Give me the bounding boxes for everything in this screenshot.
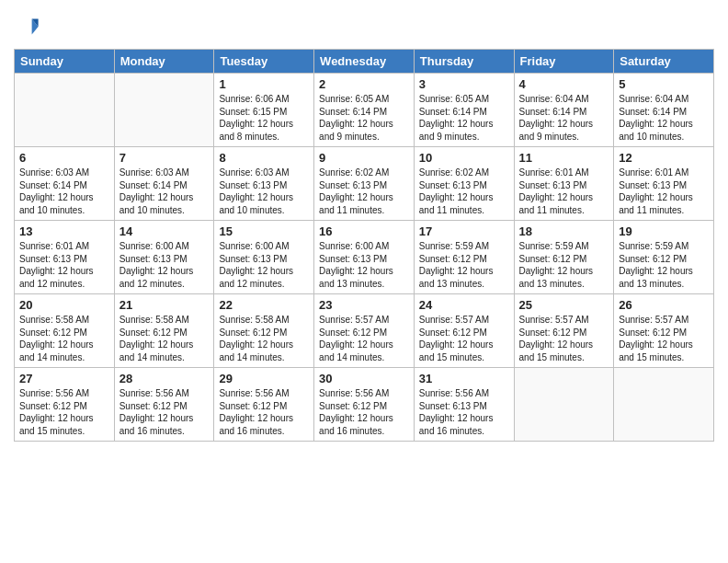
calendar-cell: 4Sunrise: 6:04 AMSunset: 6:14 PMDaylight… bbox=[514, 74, 614, 147]
day-info: Sunrise: 6:00 AMSunset: 6:13 PMDaylight:… bbox=[119, 240, 210, 290]
day-info: Sunrise: 6:01 AMSunset: 6:13 PMDaylight:… bbox=[619, 167, 709, 216]
day-info: Sunrise: 5:56 AMSunset: 6:13 PMDaylight:… bbox=[419, 387, 509, 437]
calendar-cell: 28Sunrise: 5:56 AMSunset: 6:12 PMDayligh… bbox=[114, 368, 214, 442]
calendar-cell: 29Sunrise: 5:56 AMSunset: 6:12 PMDayligh… bbox=[214, 368, 314, 442]
day-info: Sunrise: 5:59 AMSunset: 6:12 PMDaylight:… bbox=[419, 240, 509, 290]
day-number: 27 bbox=[19, 372, 109, 385]
calendar-cell: 2Sunrise: 6:05 AMSunset: 6:14 PMDaylight… bbox=[314, 74, 415, 147]
day-info: Sunrise: 6:03 AMSunset: 6:14 PMDaylight:… bbox=[19, 167, 109, 216]
calendar-cell: 3Sunrise: 6:05 AMSunset: 6:14 PMDaylight… bbox=[414, 74, 514, 147]
day-number: 5 bbox=[619, 77, 709, 91]
day-number: 15 bbox=[219, 224, 309, 238]
day-info: Sunrise: 5:57 AMSunset: 6:12 PMDaylight:… bbox=[619, 314, 709, 363]
day-info: Sunrise: 6:00 AMSunset: 6:13 PMDaylight:… bbox=[319, 240, 409, 290]
weekday-header-thursday: Thursday bbox=[414, 50, 514, 74]
calendar-table: SundayMondayTuesdayWednesdayThursdayFrid… bbox=[14, 49, 714, 442]
calendar-cell: 22Sunrise: 5:58 AMSunset: 6:12 PMDayligh… bbox=[214, 294, 314, 368]
day-number: 21 bbox=[119, 298, 210, 312]
day-info: Sunrise: 6:05 AMSunset: 6:14 PMDaylight:… bbox=[419, 93, 509, 143]
weekday-header-tuesday: Tuesday bbox=[214, 50, 314, 74]
calendar-cell: 24Sunrise: 5:57 AMSunset: 6:12 PMDayligh… bbox=[414, 294, 514, 368]
logo bbox=[14, 14, 43, 40]
day-number: 31 bbox=[419, 372, 509, 385]
day-number: 25 bbox=[519, 298, 609, 312]
calendar-cell: 6Sunrise: 6:03 AMSunset: 6:14 PMDaylight… bbox=[15, 147, 115, 221]
weekday-header-friday: Friday bbox=[514, 50, 614, 74]
day-number: 14 bbox=[119, 224, 210, 238]
day-info: Sunrise: 6:05 AMSunset: 6:14 PMDaylight:… bbox=[319, 93, 409, 143]
day-info: Sunrise: 5:56 AMSunset: 6:12 PMDaylight:… bbox=[319, 387, 409, 437]
day-number: 10 bbox=[419, 151, 509, 165]
calendar-cell: 14Sunrise: 6:00 AMSunset: 6:13 PMDayligh… bbox=[114, 221, 214, 294]
day-info: Sunrise: 6:04 AMSunset: 6:14 PMDaylight:… bbox=[519, 93, 609, 143]
header bbox=[14, 14, 714, 40]
calendar-cell bbox=[114, 74, 214, 147]
day-number: 7 bbox=[119, 151, 210, 165]
day-number: 2 bbox=[319, 77, 409, 91]
day-number: 18 bbox=[519, 224, 609, 238]
calendar-week-2: 6Sunrise: 6:03 AMSunset: 6:14 PMDaylight… bbox=[15, 147, 714, 221]
day-info: Sunrise: 6:03 AMSunset: 6:14 PMDaylight:… bbox=[119, 167, 210, 216]
day-info: Sunrise: 6:01 AMSunset: 6:13 PMDaylight:… bbox=[519, 167, 609, 216]
day-number: 6 bbox=[19, 151, 109, 165]
calendar-cell: 17Sunrise: 5:59 AMSunset: 6:12 PMDayligh… bbox=[414, 221, 514, 294]
calendar-cell: 15Sunrise: 6:00 AMSunset: 6:13 PMDayligh… bbox=[214, 221, 314, 294]
day-number: 30 bbox=[319, 372, 409, 385]
calendar-cell bbox=[514, 368, 614, 442]
day-number: 19 bbox=[619, 224, 709, 238]
logo-icon bbox=[14, 14, 40, 40]
calendar-cell: 26Sunrise: 5:57 AMSunset: 6:12 PMDayligh… bbox=[614, 294, 714, 368]
calendar-week-5: 27Sunrise: 5:56 AMSunset: 6:12 PMDayligh… bbox=[15, 368, 714, 442]
day-number: 16 bbox=[319, 224, 409, 238]
calendar-cell: 11Sunrise: 6:01 AMSunset: 6:13 PMDayligh… bbox=[514, 147, 614, 221]
day-info: Sunrise: 6:04 AMSunset: 6:14 PMDaylight:… bbox=[619, 93, 709, 143]
day-info: Sunrise: 6:01 AMSunset: 6:13 PMDaylight:… bbox=[19, 240, 109, 290]
calendar-cell: 9Sunrise: 6:02 AMSunset: 6:13 PMDaylight… bbox=[314, 147, 415, 221]
day-number: 28 bbox=[119, 372, 210, 385]
calendar-cell: 12Sunrise: 6:01 AMSunset: 6:13 PMDayligh… bbox=[614, 147, 714, 221]
calendar-cell: 20Sunrise: 5:58 AMSunset: 6:12 PMDayligh… bbox=[15, 294, 115, 368]
calendar-week-3: 13Sunrise: 6:01 AMSunset: 6:13 PMDayligh… bbox=[15, 221, 714, 294]
weekday-header-monday: Monday bbox=[114, 50, 214, 74]
day-info: Sunrise: 5:56 AMSunset: 6:12 PMDaylight:… bbox=[219, 387, 309, 437]
weekday-header-wednesday: Wednesday bbox=[314, 50, 415, 74]
day-number: 1 bbox=[219, 77, 309, 91]
day-info: Sunrise: 6:02 AMSunset: 6:13 PMDaylight:… bbox=[419, 167, 509, 216]
day-info: Sunrise: 5:56 AMSunset: 6:12 PMDaylight:… bbox=[119, 387, 210, 437]
calendar-cell bbox=[15, 74, 115, 147]
day-info: Sunrise: 5:59 AMSunset: 6:12 PMDaylight:… bbox=[519, 240, 609, 290]
calendar-cell: 18Sunrise: 5:59 AMSunset: 6:12 PMDayligh… bbox=[514, 221, 614, 294]
day-number: 12 bbox=[619, 151, 709, 165]
day-info: Sunrise: 6:00 AMSunset: 6:13 PMDaylight:… bbox=[219, 240, 309, 290]
day-number: 9 bbox=[319, 151, 409, 165]
day-number: 8 bbox=[219, 151, 309, 165]
day-number: 24 bbox=[419, 298, 509, 312]
day-info: Sunrise: 5:58 AMSunset: 6:12 PMDaylight:… bbox=[219, 314, 309, 363]
calendar-cell: 27Sunrise: 5:56 AMSunset: 6:12 PMDayligh… bbox=[15, 368, 115, 442]
calendar-cell bbox=[614, 368, 714, 442]
weekday-header-row: SundayMondayTuesdayWednesdayThursdayFrid… bbox=[15, 50, 714, 74]
day-info: Sunrise: 5:57 AMSunset: 6:12 PMDaylight:… bbox=[319, 314, 409, 363]
calendar-cell: 8Sunrise: 6:03 AMSunset: 6:13 PMDaylight… bbox=[214, 147, 314, 221]
weekday-header-sunday: Sunday bbox=[15, 50, 115, 74]
calendar-cell: 1Sunrise: 6:06 AMSunset: 6:15 PMDaylight… bbox=[214, 74, 314, 147]
calendar-cell: 16Sunrise: 6:00 AMSunset: 6:13 PMDayligh… bbox=[314, 221, 415, 294]
calendar-cell: 10Sunrise: 6:02 AMSunset: 6:13 PMDayligh… bbox=[414, 147, 514, 221]
day-number: 20 bbox=[19, 298, 109, 312]
day-number: 3 bbox=[419, 77, 509, 91]
calendar-cell: 21Sunrise: 5:58 AMSunset: 6:12 PMDayligh… bbox=[114, 294, 214, 368]
calendar-week-4: 20Sunrise: 5:58 AMSunset: 6:12 PMDayligh… bbox=[15, 294, 714, 368]
day-info: Sunrise: 5:57 AMSunset: 6:12 PMDaylight:… bbox=[519, 314, 609, 363]
day-info: Sunrise: 6:06 AMSunset: 6:15 PMDaylight:… bbox=[219, 93, 309, 143]
day-info: Sunrise: 5:57 AMSunset: 6:12 PMDaylight:… bbox=[419, 314, 509, 363]
day-info: Sunrise: 5:59 AMSunset: 6:12 PMDaylight:… bbox=[619, 240, 709, 290]
calendar-cell: 5Sunrise: 6:04 AMSunset: 6:14 PMDaylight… bbox=[614, 74, 714, 147]
calendar-cell: 31Sunrise: 5:56 AMSunset: 6:13 PMDayligh… bbox=[414, 368, 514, 442]
weekday-header-saturday: Saturday bbox=[614, 50, 714, 74]
day-info: Sunrise: 5:58 AMSunset: 6:12 PMDaylight:… bbox=[19, 314, 109, 363]
day-info: Sunrise: 6:02 AMSunset: 6:13 PMDaylight:… bbox=[319, 167, 409, 216]
calendar-cell: 7Sunrise: 6:03 AMSunset: 6:14 PMDaylight… bbox=[114, 147, 214, 221]
day-number: 4 bbox=[519, 77, 609, 91]
day-info: Sunrise: 5:56 AMSunset: 6:12 PMDaylight:… bbox=[19, 387, 109, 437]
day-number: 23 bbox=[319, 298, 409, 312]
